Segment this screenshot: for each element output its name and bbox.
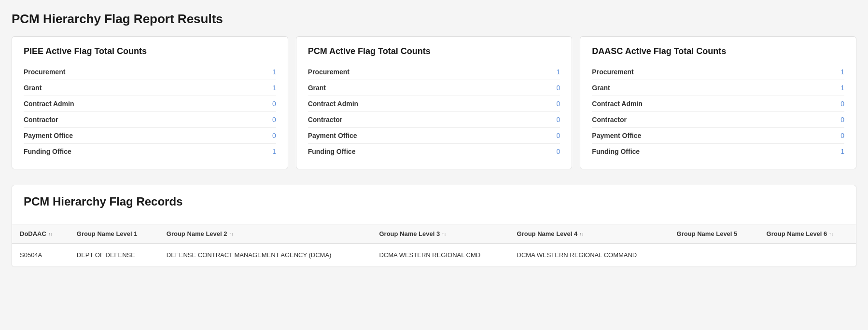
card-pcm-row-3-label: Contractor <box>308 116 343 124</box>
card-piee-row-0-value: 1 <box>272 68 276 76</box>
card-piee-row-1-value: 1 <box>272 84 276 92</box>
card-pcm-row-1-value: 0 <box>557 84 560 92</box>
card-piee-row-2-label: Contract Admin <box>24 100 74 108</box>
card-piee-row-3-value: 0 <box>272 116 276 124</box>
card-pcm-row-5-label: Funding Office <box>308 148 356 155</box>
card-piee-row-5-label: Funding Office <box>24 148 71 155</box>
table-col-gnl1: Group Name Level 1 <box>69 224 159 244</box>
card-daasc-row-3-value: 0 <box>840 116 844 124</box>
card-daasc-row-2: Contract Admin0 <box>592 96 844 112</box>
card-pcm-row-0: Procurement1 <box>308 64 560 80</box>
card-piee-row-4-label: Payment Office <box>24 132 73 139</box>
card-pcm-row-4-value: 0 <box>557 132 560 139</box>
card-daasc-row-2-label: Contract Admin <box>592 100 642 108</box>
card-daasc-row-2-value: 0 <box>840 100 844 108</box>
card-piee-row-0-label: Procurement <box>24 68 65 76</box>
card-piee-row-5: Funding Office1 <box>24 144 276 159</box>
card-daasc-row-3-label: Contractor <box>592 116 627 124</box>
card-pcm-row-2-value: 0 <box>557 100 560 108</box>
card-daasc-title: DAASC Active Flag Total Counts <box>592 46 844 56</box>
card-daasc-row-4: Payment Office0 <box>592 128 844 144</box>
card-piee-row-2-value: 0 <box>272 100 276 108</box>
card-piee-row-0: Procurement1 <box>24 64 276 80</box>
card-pcm-row-0-label: Procurement <box>308 68 350 76</box>
table-col-gnl3[interactable]: Group Name Level 3 ↑↓ <box>371 224 509 244</box>
card-pcm-title: PCM Active Flag Total Counts <box>308 46 560 56</box>
table-cell-gnl1-0: DEPT OF DEFENSE <box>69 244 159 267</box>
card-pcm-row-0-value: 1 <box>557 68 560 76</box>
card-daasc-row-4-value: 0 <box>840 132 844 139</box>
card-piee: PIEE Active Flag Total CountsProcurement… <box>12 36 288 169</box>
card-pcm-row-5: Funding Office0 <box>308 144 560 159</box>
card-piee-row-5-value: 1 <box>272 148 276 155</box>
card-daasc-row-0: Procurement1 <box>592 64 844 80</box>
card-pcm-row-1: Grant0 <box>308 80 560 96</box>
card-pcm-row-5-value: 0 <box>557 148 560 155</box>
card-daasc-row-5-value: 1 <box>840 148 844 155</box>
card-pcm-row-3-value: 0 <box>557 116 560 124</box>
card-pcm-row-3: Contractor0 <box>308 112 560 128</box>
table-cell-gnl2-0: DEFENSE CONTRACT MANAGEMENT AGENCY (DCMA… <box>159 244 372 267</box>
table-header-row: DoDAAC ↑↓Group Name Level 1Group Name Le… <box>12 224 856 244</box>
card-pcm-row-2-label: Contract Admin <box>308 100 358 108</box>
records-section: PCM Hierarchy Flag Records DoDAAC ↑↓Grou… <box>12 185 856 267</box>
table-col-gnl5: Group Name Level 5 <box>669 224 759 244</box>
card-daasc-row-1-value: 1 <box>840 84 844 92</box>
card-piee-row-4-value: 0 <box>272 132 276 139</box>
card-pcm: PCM Active Flag Total CountsProcurement1… <box>296 36 573 169</box>
card-pcm-row-2: Contract Admin0 <box>308 96 560 112</box>
card-piee-row-1: Grant1 <box>24 80 276 96</box>
sort-icon-gnl4[interactable]: ↑↓ <box>579 232 584 236</box>
records-header: PCM Hierarchy Flag Records <box>12 185 856 224</box>
table-col-dodaac[interactable]: DoDAAC ↑↓ <box>12 224 69 244</box>
card-piee-row-4: Payment Office0 <box>24 128 276 144</box>
records-title: PCM Hierarchy Flag Records <box>24 195 844 208</box>
card-daasc-row-1-label: Grant <box>592 84 610 92</box>
table-header: DoDAAC ↑↓Group Name Level 1Group Name Le… <box>12 224 856 244</box>
card-daasc-row-5: Funding Office1 <box>592 144 844 159</box>
card-piee-row-1-label: Grant <box>24 84 42 92</box>
card-piee-row-3-label: Contractor <box>24 116 58 124</box>
card-daasc-row-4-label: Payment Office <box>592 132 641 139</box>
table-col-gnl4[interactable]: Group Name Level 4 ↑↓ <box>509 224 669 244</box>
table-cell-gnl4-0: DCMA WESTERN REGIONAL COMMAND <box>509 244 669 267</box>
card-pcm-row-4: Payment Office0 <box>308 128 560 144</box>
card-piee-title: PIEE Active Flag Total Counts <box>24 46 276 56</box>
sort-icon-gnl6[interactable]: ↑↓ <box>829 232 833 236</box>
card-pcm-row-4-label: Payment Office <box>308 132 357 139</box>
records-table: DoDAAC ↑↓Group Name Level 1Group Name Le… <box>12 224 856 267</box>
table-col-gnl2[interactable]: Group Name Level 2 ↑↓ <box>159 224 372 244</box>
card-pcm-row-1-label: Grant <box>308 84 326 92</box>
card-daasc: DAASC Active Flag Total CountsProcuremen… <box>580 36 856 169</box>
table-cell-gnl3-0: DCMA WESTERN REGIONAL CMD <box>371 244 509 267</box>
card-daasc-row-0-label: Procurement <box>592 68 633 76</box>
table-cell-gnl5-0 <box>669 244 759 267</box>
card-piee-row-2: Contract Admin0 <box>24 96 276 112</box>
card-daasc-row-0-value: 1 <box>840 68 844 76</box>
sort-icon-gnl2[interactable]: ↑↓ <box>229 232 234 236</box>
sort-icon-gnl3[interactable]: ↑↓ <box>442 232 446 236</box>
table-cell-dodaac-0: S0504A <box>12 244 69 267</box>
card-piee-row-3: Contractor0 <box>24 112 276 128</box>
card-daasc-row-3: Contractor0 <box>592 112 844 128</box>
card-daasc-row-1: Grant1 <box>592 80 844 96</box>
card-daasc-row-5-label: Funding Office <box>592 148 640 155</box>
cards-container: PIEE Active Flag Total CountsProcurement… <box>12 36 856 169</box>
report-title: PCM Hierarchy Flag Report Results <box>12 12 856 27</box>
sort-icon-dodaac[interactable]: ↑↓ <box>48 232 53 236</box>
table-col-gnl6[interactable]: Group Name Level 6 ↑↓ <box>759 224 856 244</box>
table-body: S0504ADEPT OF DEFENSEDEFENSE CONTRACT MA… <box>12 244 856 267</box>
table-cell-gnl6-0 <box>759 244 856 267</box>
table-row: S0504ADEPT OF DEFENSEDEFENSE CONTRACT MA… <box>12 244 856 267</box>
